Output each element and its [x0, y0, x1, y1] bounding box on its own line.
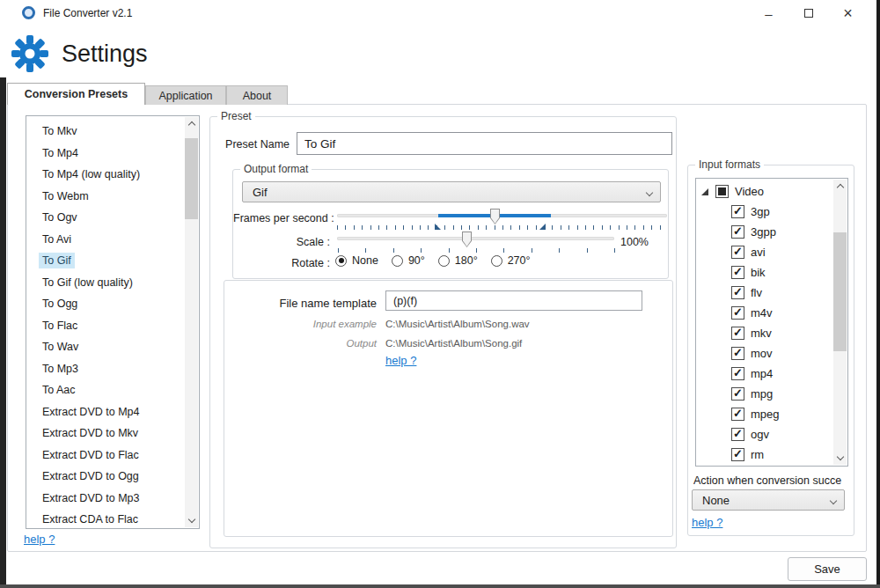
output-format-group: Output format Gif Frames per second : Sc…	[232, 169, 669, 279]
format-checkbox-item[interactable]: ✓mov	[731, 347, 773, 360]
scrollbar-thumb[interactable]	[833, 232, 847, 351]
fps-range-start-marker	[435, 224, 441, 230]
checkbox-checked-icon[interactable]: ✓	[731, 205, 744, 218]
preset-list-item[interactable]: To Mkv	[26, 121, 184, 143]
preset-list-item[interactable]: To Aac	[26, 379, 184, 401]
preset-name-input[interactable]	[297, 132, 672, 155]
chevron-down-icon	[646, 189, 653, 196]
tab-conversion-presets[interactable]: Conversion Presets	[7, 83, 145, 105]
preset-list-item[interactable]: To Mp4	[26, 143, 184, 165]
preset-list-item[interactable]: To Gif (low quality)	[26, 272, 184, 294]
output-example-value: C:\Music\Artist\Album\Song.gif	[385, 338, 522, 349]
minimize-button[interactable]: –	[749, 0, 788, 26]
radio-icon	[392, 255, 403, 267]
checkbox-checked-icon[interactable]: ✓	[731, 408, 744, 421]
checkbox-checked-icon[interactable]: ✓	[731, 306, 744, 320]
preset-group: Preset Preset Name Output format Gif Fra…	[209, 116, 677, 548]
input-formats-group: Input formats Video ✓3gp ✓3gpp ✓avi ✓bik…	[687, 165, 854, 536]
preset-list-item[interactable]: To Ogv	[26, 207, 184, 229]
formats-scrollbar[interactable]	[833, 180, 847, 465]
preset-list-item[interactable]: Extract DVD to Flac	[26, 445, 184, 467]
preset-list-item[interactable]: To Ogg	[26, 293, 184, 315]
chevron-down-icon	[830, 497, 837, 504]
format-checkbox-item[interactable]: ✓mpeg	[731, 408, 780, 421]
checkbox-checked-icon[interactable]: ✓	[731, 448, 744, 461]
preset-list-item[interactable]: Extract DVD to Mkv	[26, 423, 184, 445]
close-button[interactable]: ×	[828, 0, 868, 26]
output-format-dropdown[interactable]: Gif	[242, 181, 661, 202]
formats-help-link[interactable]: help ?	[692, 516, 722, 529]
rotate-radio-none[interactable]: None	[335, 254, 378, 267]
checkbox-checked-icon[interactable]: ✓	[731, 327, 744, 340]
desktop-edge	[876, 0, 880, 588]
format-checkbox-item[interactable]: ✓m4v	[731, 306, 773, 320]
preset-list-scrollbar[interactable]	[185, 117, 198, 527]
checkbox-checked-icon[interactable]: ✓	[731, 225, 744, 239]
format-checkbox-item[interactable]: ✓3gpp	[731, 225, 776, 239]
preset-list-item[interactable]: To Webm	[26, 186, 184, 208]
maximize-button[interactable]	[788, 0, 828, 26]
preset-list-item[interactable]: To Mp3	[26, 358, 184, 380]
scroll-up-icon[interactable]	[185, 117, 198, 130]
app-icon	[22, 6, 35, 19]
checkbox-checked-icon[interactable]: ✓	[731, 428, 744, 441]
rotate-radio-270[interactable]: 270°	[491, 254, 531, 267]
scale-slider[interactable]	[337, 232, 614, 247]
input-example-value: C:\Music\Artist\Album\Song.wav	[385, 319, 530, 329]
scroll-up-icon[interactable]	[833, 180, 847, 193]
rotate-radio-180[interactable]: 180°	[438, 254, 478, 267]
desktop-edge	[0, 584, 880, 588]
checkbox-checked-icon[interactable]: ✓	[731, 246, 744, 259]
tab-about[interactable]: About	[226, 85, 288, 105]
output-format-group-label: Output format	[240, 163, 312, 175]
desktop-edge	[0, 77, 6, 584]
format-checkbox-item[interactable]: ✓bik	[731, 266, 766, 279]
rotate-radio-90[interactable]: 90°	[392, 254, 425, 267]
preset-list-item[interactable]: Extract DVD to Mp3	[26, 488, 184, 510]
preset-list-item[interactable]: To Mp4 (low quality)	[26, 164, 184, 186]
radio-icon	[438, 255, 450, 267]
format-checkbox-item[interactable]: ✓rm	[731, 448, 764, 461]
file-name-template-input[interactable]	[385, 290, 642, 311]
scroll-down-icon[interactable]	[833, 452, 847, 465]
checkbox-checked-icon[interactable]: ✓	[731, 286, 744, 299]
expander-icon[interactable]	[701, 188, 708, 195]
checkbox-indeterminate-icon[interactable]	[715, 185, 729, 198]
format-checkbox-item[interactable]: ✓mp4	[731, 367, 773, 380]
gear-icon	[11, 35, 48, 72]
format-checkbox-item[interactable]: ✓flv	[731, 286, 762, 299]
preset-list-item-selected[interactable]: To Gif	[26, 250, 184, 272]
format-checkbox-item[interactable]: ✓avi	[731, 246, 766, 259]
preset-list-item[interactable]: Extract CDA to Flac	[26, 509, 184, 531]
preset-list-item[interactable]: To Wav	[26, 336, 184, 358]
checkbox-checked-icon[interactable]: ✓	[731, 387, 744, 401]
preset-list-item[interactable]: Extract DVD to Ogg	[26, 466, 184, 488]
file-converter-window: File Converter v2.1 – × Settings	[0, 0, 876, 584]
preset-list-item[interactable]: Extract DVD to Mp4	[26, 401, 184, 423]
format-checkbox-item[interactable]: ✓3gp	[731, 205, 770, 218]
format-checkbox-item[interactable]: ✓ogv	[731, 428, 769, 441]
fps-range-end-marker	[539, 224, 546, 230]
checkbox-checked-icon[interactable]: ✓	[731, 367, 744, 380]
scrollbar-thumb[interactable]	[185, 138, 198, 219]
fps-slider[interactable]	[337, 209, 667, 224]
template-help-link[interactable]: help ?	[385, 354, 416, 367]
checkbox-checked-icon[interactable]: ✓	[731, 347, 744, 360]
checkbox-checked-icon[interactable]: ✓	[731, 266, 744, 279]
sidebar-help-link[interactable]: help ?	[24, 533, 55, 546]
save-button[interactable]: Save	[788, 557, 867, 581]
fps-slider-ticks	[337, 225, 667, 230]
tab-application[interactable]: Application	[145, 85, 226, 105]
fps-slider-thumb[interactable]	[490, 209, 500, 224]
fps-label: Frames per second :	[233, 212, 330, 224]
minimize-icon: –	[765, 6, 772, 21]
preset-list-item[interactable]: To Flac	[26, 315, 184, 337]
preset-list-item[interactable]: To Avi	[26, 229, 184, 251]
format-checkbox-item[interactable]: ✓mpg	[731, 387, 773, 401]
format-checkbox-item[interactable]: ✓mkv	[731, 327, 772, 340]
scale-slider-track[interactable]	[337, 237, 614, 240]
tree-node-video[interactable]: Video	[701, 185, 764, 198]
action-dropdown[interactable]: None	[692, 489, 845, 511]
scale-slider-thumb[interactable]	[462, 232, 472, 247]
scroll-down-icon[interactable]	[185, 514, 198, 527]
